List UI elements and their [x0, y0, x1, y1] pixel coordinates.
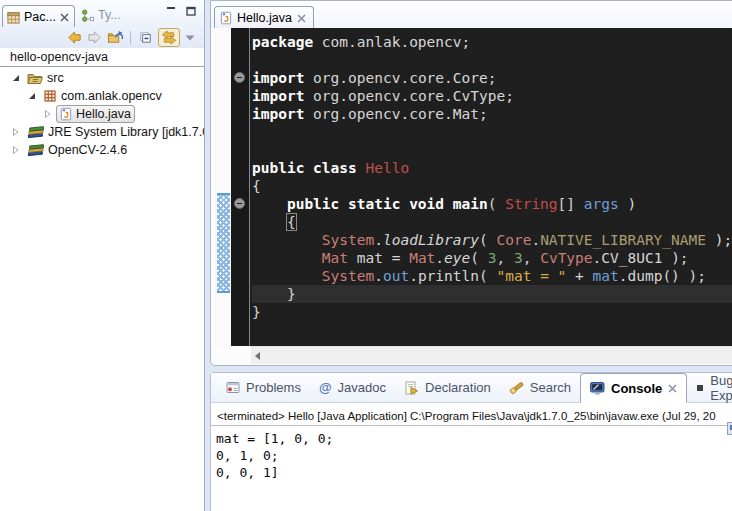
- code-line[interactable]: {: [252, 213, 732, 231]
- back-button[interactable]: [67, 30, 82, 45]
- svg-text:J: J: [64, 110, 69, 120]
- console-output-line: 0, 0, 1]: [216, 464, 732, 481]
- code-line[interactable]: [252, 123, 732, 141]
- annotation-ruler[interactable]: [213, 28, 231, 346]
- code-line[interactable]: import org.opencv.core.Mat;: [252, 105, 732, 123]
- code-line[interactable]: System.out.println( "mat = " + mat.dump(…: [252, 267, 732, 285]
- java-file-icon: J: [220, 11, 232, 25]
- tab-label: Ty...: [98, 8, 121, 22]
- package-explorer-panel: Pac... Ty...: [0, 0, 205, 511]
- bottom-tabbar: Problems @ Javadoc Declaration Search Co…: [211, 373, 732, 403]
- code-line[interactable]: import org.opencv.core.Core;: [252, 69, 732, 87]
- tree-item-label: com.anlak.opencv: [61, 89, 162, 103]
- fold-collapse-icon[interactable]: [234, 198, 245, 209]
- console-toolbar-fragment-icon: [727, 422, 732, 435]
- code-line[interactable]: [252, 141, 732, 159]
- tab-declaration[interactable]: Declaration: [395, 373, 500, 402]
- tab-search[interactable]: Search: [500, 373, 580, 402]
- code-line[interactable]: [252, 51, 732, 69]
- close-icon[interactable]: [668, 384, 677, 393]
- scroll-left-arrow-icon[interactable]: [255, 352, 260, 360]
- package-explorer-header: Pac... Ty...: [0, 0, 204, 48]
- search-icon: [509, 380, 524, 395]
- folding-gutter[interactable]: [231, 28, 250, 346]
- code-line[interactable]: import org.opencv.core.CvType;: [252, 87, 732, 105]
- tab-label: Pac...: [24, 10, 56, 24]
- library-icon: [27, 125, 44, 139]
- collapsed-arrow-icon[interactable]: [12, 128, 22, 136]
- tab-bug-explorer[interactable]: Bug Explorer: [687, 373, 732, 402]
- tab-hello-java-editor[interactable]: J Hello.java: [214, 6, 314, 28]
- tab-javadoc[interactable]: @ Javadoc: [310, 373, 395, 402]
- close-icon[interactable]: [60, 13, 69, 22]
- collapsed-arrow-icon[interactable]: [44, 110, 54, 118]
- console-output-line: mat = [1, 0, 0;: [216, 430, 732, 447]
- tab-label: Javadoc: [338, 380, 386, 395]
- fold-collapse-icon[interactable]: [234, 72, 245, 83]
- tab-label: Bug Explorer: [710, 373, 732, 403]
- minimize-icon[interactable]: [166, 6, 176, 16]
- view-menu-icon[interactable]: [185, 35, 195, 41]
- toolbar-separator: [130, 31, 131, 45]
- type-hierarchy-icon: [81, 9, 94, 22]
- tab-label: Hello.java: [237, 11, 292, 25]
- tab-label: Console: [611, 381, 662, 396]
- selected-tree-item[interactable]: J Hello.java: [56, 105, 135, 123]
- editor-part: J Hello.java package com.anlak.opencv;im…: [210, 0, 732, 366]
- code-line[interactable]: package com.anlak.opencv;: [252, 33, 732, 51]
- tab-package-explorer[interactable]: Pac...: [2, 5, 75, 27]
- code-line[interactable]: Mat mat = Mat.eye( 3, 3, CvType.CV_8UC1 …: [252, 249, 732, 267]
- collapse-all-button[interactable]: [138, 30, 153, 45]
- console-status-line: <terminated> Hello [Java Application] C:…: [211, 403, 732, 426]
- tab-label: Problems: [246, 380, 301, 395]
- package-icon: [43, 89, 57, 103]
- tree-header-divider: [0, 66, 204, 67]
- source-folder-icon: [27, 72, 43, 85]
- tree-item-label: OpenCV-2.4.6: [48, 143, 127, 157]
- bug-icon: [696, 384, 704, 392]
- code-line[interactable]: }: [252, 285, 732, 303]
- declaration-icon: [404, 381, 419, 395]
- tree-item-label: JRE System Library [jdk1.7.0: [48, 125, 204, 139]
- tree-row-jre-library[interactable]: JRE System Library [jdk1.7.0: [0, 123, 204, 141]
- tree-item-label: src: [47, 71, 64, 85]
- tree-row-opencv-library[interactable]: OpenCV-2.4.6: [0, 141, 204, 159]
- package-explorer-tree: hello-opencv-java src com.anlak.opencv: [0, 49, 204, 511]
- collapsed-arrow-icon[interactable]: [12, 146, 22, 154]
- package-explorer-toolbar: [0, 27, 204, 48]
- view-window-buttons: [166, 6, 196, 16]
- tree-row-package[interactable]: com.anlak.opencv: [0, 87, 204, 105]
- up-button[interactable]: [107, 30, 123, 45]
- tab-problems[interactable]: Problems: [217, 373, 310, 402]
- forward-button[interactable]: [87, 30, 102, 45]
- link-with-editor-button[interactable]: [158, 28, 180, 47]
- tab-type-hierarchy[interactable]: Ty...: [75, 4, 127, 27]
- console-output[interactable]: mat = [1, 0, 0; 0, 1, 0; 0, 0, 1]: [211, 426, 732, 481]
- horizontal-scrollbar[interactable]: [251, 346, 732, 364]
- code-line[interactable]: {: [252, 177, 732, 195]
- method-range-indicator: [217, 193, 230, 293]
- maximize-icon[interactable]: [186, 6, 196, 16]
- expanded-arrow-icon[interactable]: [12, 74, 22, 82]
- console-icon: [590, 382, 605, 395]
- code-line[interactable]: System.loadLibrary( Core.NATIVE_LIBRARY_…: [252, 231, 732, 249]
- tree-row-hello-java[interactable]: J Hello.java: [0, 105, 204, 123]
- problems-icon: [226, 381, 240, 394]
- editor-body: package com.anlak.opencv;import org.open…: [213, 28, 732, 346]
- expanded-arrow-icon[interactable]: [28, 92, 38, 100]
- java-file-icon: J: [60, 107, 72, 121]
- code-line[interactable]: public static void main( String[] args ): [252, 195, 732, 213]
- svg-text:J: J: [224, 14, 229, 24]
- javadoc-icon: @: [319, 380, 332, 395]
- code-line[interactable]: public class Hello: [252, 159, 732, 177]
- tree-row-src[interactable]: src: [0, 69, 204, 87]
- tab-label: Search: [530, 380, 571, 395]
- bottom-views-panel: Problems @ Javadoc Declaration Search Co…: [210, 372, 732, 511]
- close-icon[interactable]: [297, 14, 306, 23]
- editor-tabbar: J Hello.java: [211, 1, 732, 28]
- code-editor[interactable]: package com.anlak.opencv;import org.open…: [250, 28, 732, 346]
- tree-header: hello-opencv-java: [0, 49, 204, 66]
- code-line[interactable]: }: [252, 303, 732, 321]
- tab-console[interactable]: Console: [580, 373, 687, 403]
- library-icon: [27, 143, 44, 157]
